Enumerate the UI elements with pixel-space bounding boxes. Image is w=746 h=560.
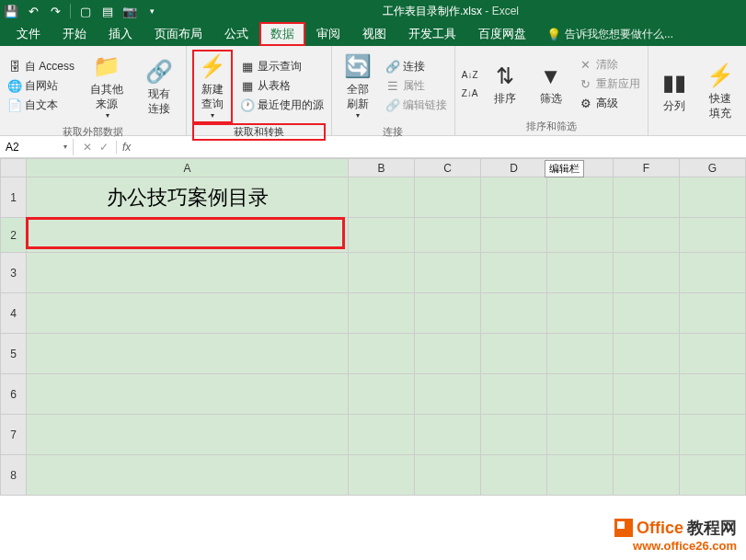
cell[interactable] (27, 374, 349, 415)
connections-button[interactable]: 连接 (384, 58, 449, 75)
cell[interactable] (547, 177, 614, 218)
refresh-all-button[interactable]: 全部刷新 ▾ (338, 50, 378, 123)
cell[interactable] (349, 374, 415, 415)
tab-view[interactable]: 视图 (351, 22, 397, 46)
cell[interactable] (680, 218, 746, 253)
cell[interactable] (680, 455, 746, 496)
col-header-b[interactable]: B (349, 159, 415, 177)
recent-sources-button[interactable]: 最近使用的源 (238, 97, 326, 114)
new-query-button[interactable]: 新建 查询 ▾ (192, 50, 233, 123)
tab-pagelayout[interactable]: 页面布局 (143, 22, 213, 46)
cell[interactable] (614, 374, 680, 415)
cell[interactable] (481, 374, 547, 415)
tab-home[interactable]: 开始 (52, 22, 98, 46)
undo-icon[interactable]: ↶ (26, 4, 40, 18)
cell[interactable] (27, 334, 349, 374)
cell[interactable] (415, 455, 481, 496)
advanced-filter-button[interactable]: 高级 (577, 95, 642, 112)
from-table-button[interactable]: 从表格 (238, 77, 326, 95)
show-queries-button[interactable]: 显示查询 (238, 58, 326, 75)
tab-developer[interactable]: 开发工具 (397, 22, 467, 46)
cell[interactable] (547, 455, 614, 496)
enter-icon[interactable]: ✓ (99, 141, 109, 154)
cell[interactable] (349, 415, 415, 455)
cell[interactable] (27, 415, 349, 455)
sort-asc-button[interactable] (461, 66, 479, 83)
col-header-a[interactable]: A (27, 159, 349, 177)
col-header-d[interactable]: D (481, 159, 547, 177)
text-to-columns-button[interactable]: 分列 (654, 50, 694, 131)
cell[interactable] (349, 334, 415, 374)
col-header-g[interactable]: G (680, 159, 746, 177)
cell[interactable] (547, 253, 614, 293)
cell[interactable] (415, 177, 481, 218)
row-header-4[interactable]: 4 (1, 293, 27, 334)
cell[interactable] (547, 218, 614, 253)
cell[interactable] (614, 334, 680, 374)
cell[interactable] (614, 415, 680, 455)
cell[interactable] (614, 455, 680, 496)
cell[interactable] (680, 253, 746, 293)
cell[interactable] (680, 415, 746, 455)
from-other-sources-button[interactable]: 自其他来源 ▾ (82, 50, 132, 123)
from-text-button[interactable]: 自文本 (6, 97, 76, 114)
reapply-button[interactable]: 重新应用 (577, 75, 642, 93)
cancel-icon[interactable]: ✕ (83, 141, 92, 154)
cell[interactable] (614, 293, 680, 334)
cell[interactable] (614, 253, 680, 293)
cell[interactable] (349, 218, 415, 253)
tab-review[interactable]: 审阅 (305, 22, 351, 46)
cell[interactable] (349, 455, 415, 496)
row-header-7[interactable]: 7 (1, 415, 27, 455)
cell[interactable] (415, 253, 481, 293)
properties-button[interactable]: 属性 (384, 77, 449, 95)
cell[interactable] (680, 293, 746, 334)
new-icon[interactable]: ▢ (78, 4, 93, 18)
sort-desc-button[interactable] (461, 85, 479, 101)
from-access-button[interactable]: 自 Access (6, 58, 76, 75)
cell[interactable] (547, 334, 614, 374)
cell[interactable] (614, 177, 680, 218)
cell[interactable] (481, 253, 547, 293)
row-header-2[interactable]: 2 (1, 218, 27, 253)
tell-me-search[interactable]: 💡 告诉我您想要做什么... (546, 27, 673, 42)
cell[interactable] (349, 293, 415, 334)
camera-icon[interactable]: 📷 (122, 4, 137, 18)
cell-a2-selected[interactable] (27, 218, 349, 253)
cell[interactable] (547, 374, 614, 415)
cell[interactable] (415, 415, 481, 455)
cell[interactable] (680, 334, 746, 374)
cell[interactable] (349, 253, 415, 293)
tab-data[interactable]: 数据 (259, 22, 305, 46)
tab-formulas[interactable]: 公式 (213, 22, 259, 46)
row-header-3[interactable]: 3 (1, 253, 27, 293)
row-header-1[interactable]: 1 (1, 177, 27, 218)
cell[interactable] (27, 253, 349, 293)
qat-dropdown-icon[interactable]: ▾ (144, 4, 159, 18)
save-icon[interactable]: 💾 (4, 4, 18, 18)
tab-file[interactable]: 文件 (6, 22, 52, 46)
quickprint-icon[interactable]: ▤ (100, 4, 115, 18)
from-web-button[interactable]: 自网站 (6, 77, 76, 95)
cell[interactable] (680, 374, 746, 415)
spreadsheet-grid[interactable]: 编辑栏 A B C D E F G 1 办公技巧案例目录 2 3 4 (0, 158, 746, 560)
clear-filter-button[interactable]: 清除 (577, 56, 642, 74)
flash-fill-button[interactable]: 快速填充 (700, 50, 740, 131)
filter-button[interactable]: 筛选 (531, 50, 571, 118)
cell[interactable] (349, 177, 415, 218)
cell[interactable] (547, 293, 614, 334)
formula-input[interactable] (140, 138, 746, 155)
cell[interactable] (481, 415, 547, 455)
cell[interactable] (27, 293, 349, 334)
cell[interactable] (415, 334, 481, 374)
row-header-5[interactable]: 5 (1, 334, 27, 374)
name-box[interactable]: A2 ▾ (0, 139, 74, 155)
cell[interactable] (481, 177, 547, 218)
redo-icon[interactable]: ↷ (48, 4, 63, 18)
edit-links-button[interactable]: 编辑链接 (384, 97, 449, 114)
existing-connections-button[interactable]: 现有连接 (138, 50, 180, 123)
tab-baidu[interactable]: 百度网盘 (467, 22, 537, 46)
cell[interactable] (481, 334, 547, 374)
sort-button[interactable]: 排序 (485, 50, 525, 118)
cell[interactable] (547, 415, 614, 455)
